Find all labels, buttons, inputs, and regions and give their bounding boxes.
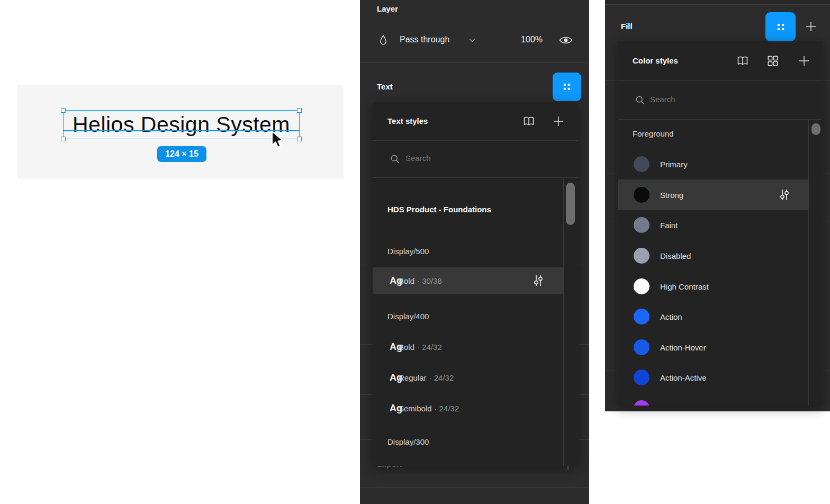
style-name: Regular — [399, 373, 427, 382]
color-swatch — [634, 156, 649, 172]
style-section-label: Display/300 — [387, 437, 429, 446]
library-book-icon[interactable] — [522, 116, 535, 127]
text-baseline-line — [64, 130, 299, 131]
scrollbar-thumb[interactable] — [566, 183, 575, 225]
search-input[interactable] — [405, 154, 538, 163]
four-dot-styles-icon — [560, 80, 574, 94]
color-style-row-high-contrast[interactable]: High Contrast — [618, 271, 808, 302]
color-swatch — [634, 278, 649, 294]
color-swatch — [634, 248, 649, 264]
adjust-sliders-icon[interactable] — [780, 189, 789, 201]
add-style-icon[interactable] — [798, 55, 810, 67]
search-icon — [635, 95, 645, 105]
color-style-row-strong[interactable]: Strong — [618, 179, 808, 210]
color-style-row-faint[interactable]: Faint — [618, 210, 808, 240]
style-name: Bold — [399, 343, 414, 352]
style-section-label: Display/400 — [387, 312, 429, 321]
color-swatch — [634, 339, 649, 355]
size-badge: 124 × 15 — [157, 146, 206, 162]
four-dot-styles-icon — [774, 20, 788, 34]
section-divider — [360, 487, 589, 488]
color-swatch — [634, 217, 649, 233]
color-label: Primary — [660, 160, 688, 169]
style-detail: · 24/32 — [429, 373, 454, 382]
text-section-title: Text — [377, 82, 393, 91]
color-label: Disabled — [660, 251, 691, 260]
style-preview: Ag — [373, 341, 399, 353]
fill-panel: Fill Color styles — [605, 0, 830, 411]
add-fill-icon[interactable] — [805, 21, 817, 32]
style-preview: Ag — [373, 372, 399, 383]
color-label: Strong — [660, 191, 683, 200]
text-style-row-bold-24[interactable]: Ag Bold · 24/32 — [373, 332, 563, 361]
selection-handle-bottom-right[interactable] — [297, 137, 302, 141]
text-style-row-semibold-24[interactable]: Ag Semibold · 24/32 — [373, 394, 563, 422]
popup-title: Text styles — [387, 116, 428, 125]
popup-divider — [373, 177, 578, 178]
popup-divider — [373, 140, 578, 141]
scroll-gutter — [808, 119, 809, 406]
style-preview: Ag — [373, 275, 399, 286]
search-icon — [390, 154, 400, 164]
text-style-row-regular-24[interactable]: Ag Regular · 24/32 — [373, 363, 563, 392]
adjust-sliders-icon[interactable] — [534, 275, 543, 286]
text-styles-button[interactable] — [553, 73, 581, 101]
color-style-row-action-hover[interactable]: Action-Hover — [618, 332, 808, 363]
color-label: Highlight — [660, 404, 691, 406]
color-label: High Contrast — [660, 282, 709, 291]
scroll-gutter — [563, 177, 564, 466]
search-input[interactable] — [650, 95, 782, 104]
color-style-row-action-active[interactable]: Action-Active — [618, 362, 808, 393]
color-label: Action-Active — [660, 373, 707, 382]
color-style-row-highlight[interactable]: Highlight — [618, 393, 808, 406]
section-divider — [605, 4, 830, 5]
style-group-header: HDS Product - Foundations — [387, 205, 491, 214]
grid-view-icon[interactable] — [768, 56, 778, 66]
add-style-icon[interactable] — [553, 115, 564, 127]
selection-handle-top-right[interactable] — [297, 108, 302, 113]
popup-divider — [618, 119, 822, 120]
cursor-icon — [270, 130, 285, 150]
color-style-row-primary[interactable]: Primary — [618, 149, 808, 179]
color-styles-popup: Color styles Foreground Primary — [618, 41, 822, 406]
fill-section-title: Fill — [621, 22, 633, 31]
blend-mode-icon — [379, 34, 387, 48]
selection-handle-bottom-left[interactable] — [61, 137, 66, 141]
color-label: Action — [660, 312, 682, 321]
style-detail: · 24/32 — [435, 404, 459, 413]
color-swatch — [634, 370, 649, 385]
color-label: Faint — [660, 221, 678, 230]
properties-panel: Layer Pass through 100% Text Export Text… — [360, 0, 589, 504]
style-preview: Ag — [373, 403, 399, 414]
text-styles-popup: Text styles HDS Product - Foundations Di… — [373, 102, 578, 466]
section-divider — [360, 62, 589, 62]
style-detail: · 24/32 — [417, 343, 442, 352]
popup-divider — [618, 80, 822, 81]
style-name: Semibold — [399, 404, 432, 413]
text-style-row-bold-30[interactable]: Ag Bold · 30/38 — [373, 267, 563, 294]
selection-handle-top-left[interactable] — [61, 108, 66, 113]
color-group-header: Foreground — [633, 129, 674, 138]
style-name: Bold — [399, 276, 414, 285]
canvas[interactable]: Helios Design System 124 × 15 — [17, 85, 344, 178]
scrollbar-thumb[interactable] — [811, 123, 820, 135]
selection-box — [63, 110, 300, 139]
style-section-label: Display/500 — [387, 247, 429, 256]
color-style-row-action[interactable]: Action — [618, 301, 808, 332]
color-swatch — [634, 187, 649, 203]
blend-mode-select[interactable]: Pass through — [400, 35, 449, 44]
color-swatch — [634, 309, 649, 325]
color-swatch — [634, 400, 649, 406]
color-label: Action-Hover — [660, 343, 706, 352]
color-styles-button[interactable] — [765, 12, 796, 41]
panel-top-strip — [605, 0, 830, 4]
popup-title: Color styles — [633, 56, 678, 65]
opacity-field[interactable]: 100% — [502, 35, 543, 44]
library-book-icon[interactable] — [736, 56, 749, 66]
layer-section-title: Layer — [377, 4, 398, 13]
visibility-eye-icon[interactable] — [559, 35, 573, 45]
color-style-row-disabled[interactable]: Disabled — [618, 240, 808, 271]
chevron-down-icon[interactable] — [468, 38, 476, 43]
style-detail: · 30/38 — [417, 276, 442, 285]
